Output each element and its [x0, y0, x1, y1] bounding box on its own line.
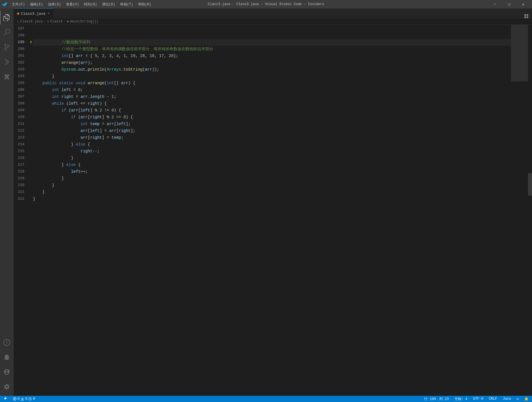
- cursor-position[interactable]: 行 199，列 23: [423, 396, 450, 402]
- activity-bar-bottom: [0, 365, 14, 396]
- menu-file[interactable]: 文件(F): [10, 1, 27, 7]
- code-line-220: }: [33, 182, 511, 189]
- token: .: [121, 66, 123, 73]
- line-number-214: 214: [14, 141, 27, 148]
- token: ,: [145, 52, 150, 59]
- git-branch-status[interactable]: [2, 396, 9, 402]
- sidebar-item-extensions[interactable]: [0, 70, 14, 83]
- sidebar-item-run[interactable]: [0, 55, 14, 69]
- sidebar-item-source-control[interactable]: [0, 40, 14, 54]
- menu-select[interactable]: 选择(S): [46, 1, 63, 7]
- token: [: [88, 134, 90, 141]
- language-mode[interactable]: Java: [502, 396, 512, 402]
- token: arr: [145, 66, 152, 73]
- line-number-222: 222: [14, 195, 27, 202]
- token: 28: [140, 52, 145, 59]
- code-line-197: [33, 25, 511, 32]
- breadcrumb-method[interactable]: ◈ main(String[]): [67, 19, 98, 24]
- token: ) {: [126, 114, 133, 121]
- java-file-icon: ☕: [17, 19, 19, 24]
- token: 2: [102, 52, 104, 59]
- token: arr: [81, 114, 88, 121]
- token: if: [62, 107, 66, 114]
- token: ,: [135, 52, 140, 59]
- menu-goto[interactable]: 转到(G): [82, 1, 99, 7]
- code-line-209: if (arr[left] % 2 != 0) {: [33, 107, 511, 114]
- feedback-button[interactable]: 🔔: [523, 396, 530, 402]
- token: [33, 46, 62, 52]
- breadcrumb-class-label: Class3: [50, 20, 62, 24]
- token: (: [66, 107, 71, 114]
- account-icon[interactable]: [0, 365, 14, 379]
- token: ;: [81, 87, 83, 93]
- token: =: [73, 93, 81, 100]
- line-number-198: 198: [14, 32, 27, 39]
- token: ,: [97, 52, 102, 59]
- code-line-222: }: [33, 195, 511, 202]
- line-ending[interactable]: CRLF: [488, 396, 498, 402]
- minimize-button[interactable]: ─: [488, 0, 501, 9]
- code-line-211: int temp = arr[left];: [33, 121, 511, 127]
- maximize-button[interactable]: ❐: [503, 0, 516, 9]
- editor-tab-class3[interactable]: Class3.java ×: [14, 9, 54, 18]
- token: right: [62, 93, 73, 100]
- vertical-scrollbar[interactable]: [528, 25, 532, 396]
- token: 0: [78, 87, 81, 93]
- sidebar-item-remote[interactable]: [0, 336, 14, 349]
- token: static: [59, 80, 73, 87]
- token: arr: [107, 121, 114, 127]
- token: int: [52, 87, 59, 93]
- menu-help[interactable]: 帮助(H): [136, 1, 153, 7]
- error-count[interactable]: 0 0 0: [12, 396, 36, 402]
- token: [: [78, 107, 81, 114]
- breadcrumb-class[interactable]: ◇ Class3: [47, 19, 62, 24]
- token: void: [76, 80, 85, 87]
- editor-layout-button[interactable]: [521, 14, 532, 18]
- token: ];: [126, 121, 131, 127]
- sidebar-item-search[interactable]: [0, 26, 14, 39]
- sidebar-item-files[interactable]: [0, 11, 13, 24]
- tab-close-button[interactable]: ×: [47, 11, 50, 16]
- menu-edit[interactable]: 编辑(E): [28, 1, 45, 7]
- line-number-220: 220: [14, 182, 27, 189]
- token: [: [114, 121, 116, 127]
- token: .: [76, 66, 78, 73]
- token: out: [78, 66, 85, 73]
- minimap[interactable]: [511, 25, 528, 396]
- token: arrange: [88, 80, 104, 87]
- token: ,: [111, 52, 116, 59]
- encoding[interactable]: UTF-8: [472, 396, 484, 402]
- token: [33, 107, 62, 114]
- sync-button[interactable]: ↻: [516, 396, 520, 402]
- token: ,: [126, 52, 131, 59]
- token: [59, 87, 61, 93]
- token: while: [52, 100, 64, 107]
- token: [33, 52, 62, 59]
- editor-area: Class3.java × ☕ Class3.java › ◇ Class3 ›: [14, 9, 532, 396]
- menu-terminal[interactable]: 终端(T): [118, 1, 136, 7]
- indentation[interactable]: 空格: 4: [453, 396, 469, 402]
- sidebar-item-test[interactable]: [0, 350, 14, 364]
- breadcrumb-file[interactable]: ☕ Class3.java: [17, 19, 43, 24]
- settings-icon[interactable]: [0, 380, 14, 393]
- line-numbers-gutter: 1971981992002012022032042052062072082092…: [14, 25, 31, 396]
- line-number-205: 205: [14, 80, 27, 87]
- close-button[interactable]: ✕: [517, 0, 530, 9]
- token: (: [76, 114, 81, 121]
- token: 2: [111, 114, 114, 121]
- menu-debug[interactable]: 调试(D): [100, 1, 117, 7]
- menu-view[interactable]: 查看(V): [64, 1, 81, 7]
- title-bar-left: 文件(F) 编辑(E) 选择(S) 查看(V) 转到(G) 调试(D) 终端(T…: [2, 1, 153, 7]
- scrollbar-thumb[interactable]: [528, 173, 532, 196]
- token: ++;: [81, 168, 88, 175]
- window-title: Class3.java - Class3.java - Visual Studi…: [208, 2, 324, 6]
- token: =: [100, 121, 107, 127]
- breadcrumb: ☕ Class3.java › ◇ Class3 › ◈ main(String…: [14, 18, 532, 25]
- code-line-212: arr[left] = arr[right];: [33, 127, 511, 134]
- token: (: [104, 66, 107, 73]
- lightbulb-icon[interactable]: 💡: [31, 40, 32, 47]
- code-editor[interactable]: 💡 //数组数字排列 //给定一个整型数组，将所有的偶数放在前半部分，将所有的奇…: [31, 25, 511, 396]
- editor-scroll-container[interactable]: 1971981992002012022032042052062072082092…: [14, 25, 532, 396]
- editor-content[interactable]: 1971981992002012022032042052062072082092…: [14, 25, 511, 396]
- menu-bar[interactable]: 文件(F) 编辑(E) 选择(S) 查看(V) 转到(G) 调试(D) 终端(T…: [10, 1, 153, 7]
